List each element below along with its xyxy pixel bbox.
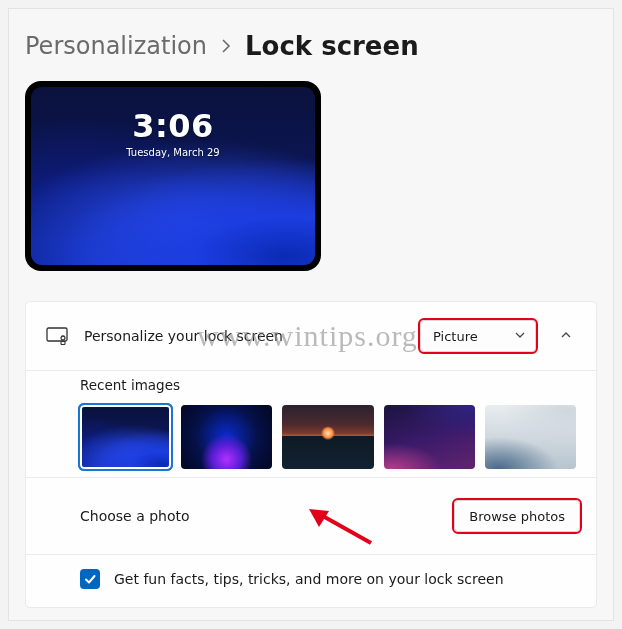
choose-photo-label: Choose a photo [80, 508, 438, 524]
chevron-right-icon [221, 39, 231, 53]
chevron-down-icon [514, 329, 526, 344]
browse-photos-label: Browse photos [469, 509, 565, 524]
recent-images-label: Recent images [80, 377, 576, 393]
recent-images-thumbs [80, 405, 576, 469]
funfacts-row: Get fun facts, tips, tricks, and more on… [26, 554, 596, 607]
svg-rect-1 [61, 342, 65, 345]
recent-image-2[interactable] [181, 405, 272, 469]
personalize-lockscreen-card: Personalize your lock screen Picture Rec… [25, 301, 597, 608]
expand-toggle[interactable] [552, 328, 580, 345]
check-icon [83, 572, 97, 586]
breadcrumb-current: Lock screen [245, 31, 419, 61]
breadcrumb-separator [221, 34, 231, 58]
lockscreen-mode-value: Picture [433, 329, 478, 344]
lockscreen-preview-image: 3:06 Tuesday, March 29 [31, 87, 315, 265]
personalize-lockscreen-row[interactable]: Personalize your lock screen Picture [26, 302, 596, 371]
choose-photo-row: Choose a photo Browse photos [26, 477, 596, 554]
lockscreen-mode-select[interactable]: Picture [420, 320, 536, 352]
recent-images-section: Recent images [26, 371, 596, 477]
settings-page: Personalization Lock screen 3:06 Tuesday… [8, 8, 614, 621]
funfacts-label: Get fun facts, tips, tricks, and more on… [114, 571, 504, 587]
chevron-up-icon [559, 328, 573, 342]
breadcrumb-parent[interactable]: Personalization [25, 32, 207, 60]
personalize-lockscreen-label: Personalize your lock screen [84, 328, 404, 344]
breadcrumb: Personalization Lock screen [25, 31, 597, 61]
recent-image-1[interactable] [80, 405, 171, 469]
recent-image-5[interactable] [485, 405, 576, 469]
browse-photos-button[interactable]: Browse photos [454, 500, 580, 532]
recent-image-3[interactable] [282, 405, 373, 469]
funfacts-checkbox[interactable] [80, 569, 100, 589]
preview-time: 3:06 [132, 107, 214, 145]
preview-date: Tuesday, March 29 [126, 147, 219, 158]
lockscreen-preview: 3:06 Tuesday, March 29 [25, 81, 321, 271]
lockscreen-icon [46, 325, 68, 347]
recent-image-4[interactable] [384, 405, 475, 469]
